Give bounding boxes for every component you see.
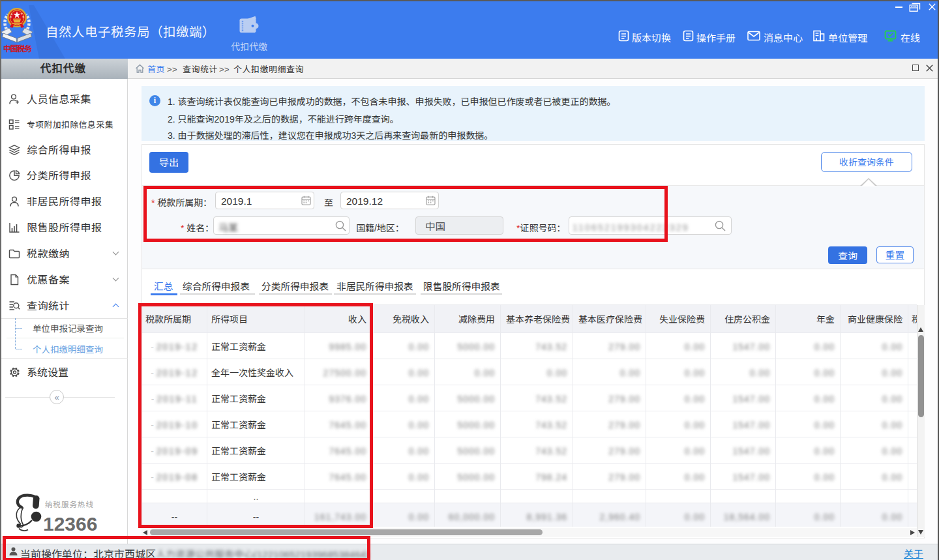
svg-text:中国税务: 中国税务 — [3, 42, 32, 53]
